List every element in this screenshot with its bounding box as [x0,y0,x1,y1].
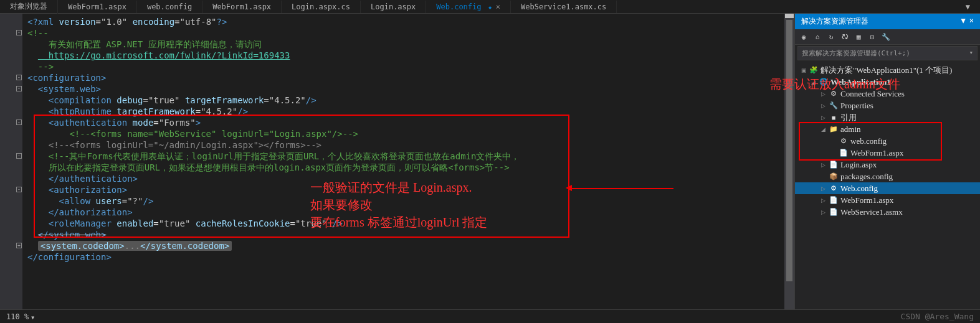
search-placeholder: 搜索解决方案资源管理器(Ctrl+;) [802,49,910,57]
link-msdocs[interactable]: https://go.microsoft.com/fwlink/?LinkId=… [38,50,290,60]
show-all-icon[interactable]: ▦ [854,32,863,42]
panel-title-bar: 解决方案资源管理器 ▼ × [795,14,980,29]
code-editor[interactable]: - - - - - - + <?xml version="1.0" encodi… [0,14,794,309]
tree-item-11[interactable]: ▷📄WebForm1.aspx [795,194,980,206]
expander-icon[interactable]: ▷ [821,185,829,192]
solution-explorer: 解决方案资源管理器 ▼ × ◉ ⌂ ↻ 🗘 ▦ ⊟ 🔧 搜索解决方案资源管理器(… [794,14,980,309]
back-icon[interactable]: ◉ [799,32,809,42]
tree-node-icon: 📄 [829,208,839,216]
annotation-arrow [571,188,673,189]
zoom-level[interactable]: 110 %▼ [6,312,34,321]
tree-item-0[interactable]: ▣🧩解决方案"WebApplication1"(1 个项目) [795,64,980,76]
tree-node-icon: 📦 [829,172,839,180]
solution-search-input[interactable]: 搜索解决方案资源管理器(Ctrl+;) ▾ [797,46,978,60]
tree-item-7[interactable]: 📄WebForm1.aspx [795,147,980,159]
solution-tree[interactable]: ▣🧩解决方案"WebApplication1"(1 个项目)◢🌐WebAppli… [795,62,980,309]
tree-item-2[interactable]: ▷⚙Connected Services [795,88,980,100]
tab-webform1-2[interactable]: WebForm1.aspx [202,1,282,13]
tree-node-label: 解决方案"WebApplication1"(1 个项目) [821,65,952,76]
tree-node-label: WebService1.asmx [840,207,903,217]
panel-title-text: 解决方案资源管理器 [801,16,868,27]
tree-node-label: WebForm1.aspx [850,148,903,158]
fold-toggle[interactable]: - [16,75,22,80]
tree-item-5[interactable]: ◢📁admin [795,123,980,135]
tree-node-icon: ■ [829,114,839,121]
tree-node-label: WebApplication1 [830,77,891,87]
tree-node-label: WebForm1.aspx [840,195,893,205]
arrow-head-icon [566,185,572,191]
code-area[interactable]: <?xml version="1.0" encoding="utf-8"?> <… [22,14,784,309]
tab-login-cs[interactable]: Login.aspx.cs [282,1,361,13]
fold-toggle[interactable]: - [16,86,22,91]
editor-tab-bar: 对象浏览器 WebForm1.aspx web.config WebForm1.… [0,0,980,14]
tab-webservice-cs[interactable]: WebService1.asmx.cs [511,1,617,13]
expander-icon[interactable]: ▷ [821,209,829,215]
tree-node-icon: ⚙ [829,184,839,192]
fold-toggle[interactable]: - [16,119,22,125]
expander-icon[interactable]: ▣ [801,67,809,73]
status-bar: 110 %▼ CSDN @Ares_Wang [0,309,980,323]
tree-item-10[interactable]: ▷⚙Web.config [795,182,980,194]
pin-icon[interactable]: ▼ [961,16,966,27]
tab-login-aspx[interactable]: Login.aspx [361,1,426,13]
watermark: CSDN @Ares_Wang [901,312,974,321]
tree-item-8[interactable]: ▷📄Login.aspx [795,159,980,171]
sync-icon[interactable]: ↻ [826,32,836,42]
tree-node-label: admin [840,124,861,134]
code-comment: 有关如何配置 ASP.NET 应用程序的详细信息，请访问 [38,39,262,49]
home-icon[interactable]: ⌂ [812,32,822,42]
tab-webconfig-lower[interactable]: web.config [137,1,202,13]
tree-item-1[interactable]: ◢🌐WebApplication1 [795,76,980,88]
tree-node-icon: 📄 [839,149,849,157]
tree-node-label: Web.config [840,184,878,194]
collapse-icon[interactable]: ⊟ [867,32,877,42]
tree-node-icon: ⚙ [839,137,849,145]
tab-webform1-1[interactable]: WebForm1.aspx [58,1,137,13]
close-icon[interactable]: × [496,2,500,11]
tree-item-4[interactable]: ▷■引用 [795,111,980,123]
tree-node-icon: 🌐 [819,78,829,86]
expander-icon[interactable]: ▷ [821,162,829,168]
tab-webconfig-active[interactable]: Web.config ⬥× [426,1,511,13]
tab-object-browser[interactable]: 对象浏览器 [0,0,58,14]
editor-scrollbar[interactable] [784,14,794,309]
tree-node-label: Connected Services [840,89,905,99]
fold-gutter: - - - - - - + [0,14,22,309]
fold-toggle[interactable]: - [16,30,22,35]
tree-node-label: 引用 [840,112,857,123]
expander-icon[interactable]: ▷ [821,115,829,121]
tree-node-label: Properties [840,101,873,111]
tree-node-label: packages.config [840,172,893,182]
tree-node-icon: ⚙ [829,90,839,98]
tree-node-icon: 🧩 [809,66,819,74]
solution-toolbar: ◉ ⌂ ↻ 🗘 ▦ ⊟ 🔧 [795,29,980,45]
tree-node-icon: 📁 [829,125,839,133]
fold-toggle[interactable]: - [16,153,22,159]
tabs-overflow-icon[interactable]: ▼ [956,1,980,13]
properties-icon[interactable]: 🔧 [881,32,891,42]
tree-item-3[interactable]: ▷🔧Properties [795,100,980,111]
expander-icon[interactable]: ◢ [821,126,829,133]
tree-node-label: Login.aspx [840,160,877,170]
expander-icon[interactable]: ▷ [821,103,829,109]
fold-toggle[interactable]: - [16,187,22,192]
panel-close-icon[interactable]: × [969,16,974,27]
tree-node-icon: 🔧 [829,101,839,110]
tree-node-icon: 📄 [829,161,839,169]
tree-node-icon: 📄 [829,196,839,204]
tree-item-6[interactable]: ⚙web.config [795,135,980,147]
refresh-icon[interactable]: 🗘 [840,32,850,42]
expander-icon[interactable]: ▷ [821,197,829,204]
tree-item-9[interactable]: 📦packages.config [795,171,980,182]
tree-item-12[interactable]: ▷📄WebService1.asmx [795,206,980,218]
tree-node-label: web.config [850,136,887,146]
search-dropdown-icon[interactable]: ▾ [969,49,973,57]
expander-icon[interactable]: ▷ [821,91,829,97]
expander-icon[interactable]: ◢ [811,79,819,85]
fold-toggle[interactable]: + [16,243,22,248]
